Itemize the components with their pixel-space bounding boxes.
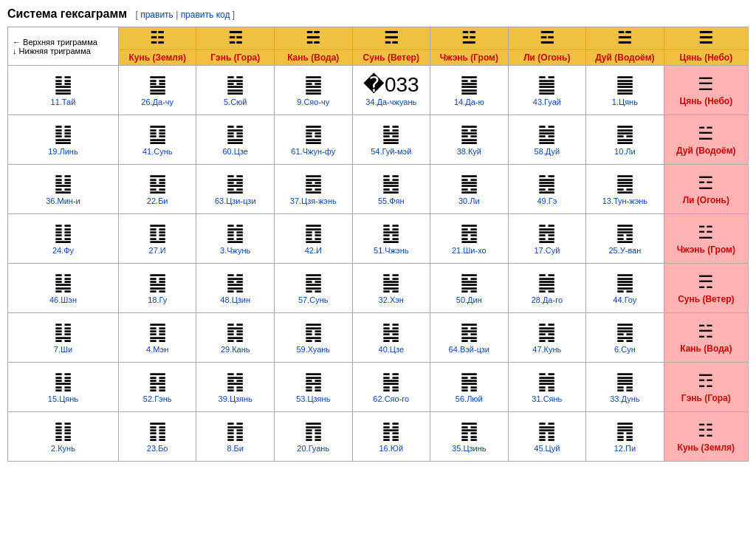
hex-name-7-0[interactable]: 2.Кунь — [51, 444, 75, 453]
hex-name-2-3[interactable]: 37.Цзя-жэнь — [290, 196, 337, 205]
hex-link-6-3[interactable]: 53.Цзянь — [296, 394, 330, 403]
hex-link-1-6[interactable]: 58.Дуй — [535, 147, 560, 156]
hex-link-5-7[interactable]: 6.Сун — [614, 345, 636, 354]
hex-name-3-0[interactable]: 24.Фу — [52, 246, 74, 255]
hex-link-4-7[interactable]: 44.Гоу — [613, 295, 636, 304]
hex-name-4-5[interactable]: 50.Дин — [456, 295, 482, 304]
hex-link-6-7[interactable]: 33.Дунь — [610, 394, 639, 403]
hex-link-7-0[interactable]: 2.Кунь — [51, 444, 75, 453]
hex-link-0-3[interactable]: 9.Сяо-чу — [297, 97, 329, 106]
hex-link-0-5[interactable]: 14.Да-ю — [454, 97, 484, 106]
hex-name-2-7[interactable]: 13.Тун-жэнь — [602, 196, 647, 205]
hex-link-6-2[interactable]: 39.Цзянь — [219, 394, 252, 403]
hex-link-5-6[interactable]: 47.Кунь — [532, 345, 561, 354]
hex-link-7-5[interactable]: 35.Цзинь — [452, 444, 486, 453]
hex-link-1-7[interactable]: 10.Ли — [614, 147, 636, 156]
hex-name-3-7[interactable]: 25.У-ван — [608, 246, 641, 255]
hex-name-7-3[interactable]: 20.Гуань — [297, 444, 329, 453]
hex-link-2-3[interactable]: 37.Цзя-жэнь — [290, 196, 337, 205]
hex-name-5-6[interactable]: 47.Кунь — [532, 345, 561, 354]
hex-name-0-7[interactable]: 1.Цянь — [612, 97, 638, 106]
hex-name-2-1[interactable]: 22.Би — [147, 196, 168, 205]
hex-link-0-4[interactable]: 34.Да-чжуань — [365, 97, 416, 106]
hex-name-1-7[interactable]: 10.Ли — [614, 147, 636, 156]
hex-link-2-5[interactable]: 30.Ли — [458, 196, 480, 205]
hex-name-1-4[interactable]: 54.Гуй-мэй — [371, 147, 411, 156]
hex-name-4-1[interactable]: 18.Гу — [148, 295, 167, 304]
hex-link-5-5[interactable]: 64.Вэй-цзи — [449, 345, 489, 354]
hex-link-2-4[interactable]: 55.Фян — [378, 196, 405, 205]
hex-name-1-3[interactable]: 61.Чжун-фу — [291, 147, 335, 156]
hex-link-3-3[interactable]: 42.И — [305, 246, 322, 255]
hex-link-0-0[interactable]: 11.Тай — [51, 97, 76, 106]
hex-name-2-6[interactable]: 49.Гэ — [537, 196, 557, 205]
hex-link-3-1[interactable]: 27.И — [149, 246, 166, 255]
hex-name-6-1[interactable]: 52.Гэнь — [143, 394, 172, 403]
hex-link-0-6[interactable]: 43.Гуай — [533, 97, 561, 106]
hex-name-1-1[interactable]: 41.Сунь — [142, 147, 173, 156]
hex-link-3-0[interactable]: 24.Фу — [52, 246, 74, 255]
hex-name-7-5[interactable]: 35.Цзинь — [452, 444, 486, 453]
hex-link-3-5[interactable]: 21.Ши-хо — [452, 246, 487, 255]
hex-link-5-0[interactable]: 7.Ши — [54, 345, 72, 354]
hex-link-0-7[interactable]: 1.Цянь — [612, 97, 638, 106]
hex-link-4-4[interactable]: 32.Хэн — [379, 295, 404, 304]
hex-link-1-0[interactable]: 19.Линь — [48, 147, 78, 156]
hex-name-0-4[interactable]: 34.Да-чжуань — [365, 97, 416, 106]
hex-name-2-4[interactable]: 55.Фян — [378, 196, 405, 205]
hex-name-7-2[interactable]: 8.Би — [227, 444, 244, 453]
hex-link-6-5[interactable]: 56.Люй — [456, 394, 483, 403]
hex-link-5-2[interactable]: 29.Кань — [221, 345, 250, 354]
hex-name-3-6[interactable]: 17.Суй — [534, 246, 560, 255]
hex-name-3-4[interactable]: 51.Чжэнь — [374, 246, 408, 255]
hex-name-4-4[interactable]: 32.Хэн — [379, 295, 404, 304]
hex-name-6-6[interactable]: 31.Сянь — [532, 394, 562, 403]
hex-link-4-6[interactable]: 28.Да-го — [532, 295, 563, 304]
hex-link-7-2[interactable]: 8.Би — [227, 444, 244, 453]
hex-name-5-1[interactable]: 4.Мэн — [146, 345, 168, 354]
hex-link-1-1[interactable]: 41.Сунь — [142, 147, 173, 156]
hex-name-2-0[interactable]: 36.Мин-и — [46, 196, 80, 205]
hex-name-1-2[interactable]: 60.Цзе — [222, 147, 247, 156]
hex-link-2-1[interactable]: 22.Би — [147, 196, 168, 205]
hex-name-5-5[interactable]: 64.Вэй-цзи — [449, 345, 489, 354]
hex-name-7-1[interactable]: 23.Бо — [147, 444, 168, 453]
hex-link-4-3[interactable]: 57.Сунь — [298, 295, 329, 304]
hex-link-4-0[interactable]: 46.Шэн — [49, 295, 77, 304]
hex-link-6-4[interactable]: 62.Сяо-го — [373, 394, 409, 403]
hex-link-2-6[interactable]: 49.Гэ — [537, 196, 557, 205]
hex-name-3-2[interactable]: 3.Чжунь — [220, 246, 250, 255]
hex-name-3-3[interactable]: 42.И — [305, 246, 322, 255]
hex-link-1-5[interactable]: 38.Куй — [457, 147, 481, 156]
hex-name-5-4[interactable]: 40.Цзе — [379, 345, 404, 354]
hex-link-5-4[interactable]: 40.Цзе — [379, 345, 404, 354]
hex-name-4-0[interactable]: 46.Шэн — [49, 295, 77, 304]
hex-name-1-0[interactable]: 19.Линь — [48, 147, 78, 156]
hex-name-6-4[interactable]: 62.Сяо-го — [373, 394, 409, 403]
hex-link-0-2[interactable]: 5.Сюй — [224, 97, 247, 106]
hex-link-6-0[interactable]: 15.Цянь — [48, 394, 78, 403]
hex-name-5-2[interactable]: 29.Кань — [221, 345, 250, 354]
hex-name-4-2[interactable]: 48.Цзин — [220, 295, 250, 304]
hex-link-7-7[interactable]: 12.Пи — [614, 444, 636, 453]
hex-link-2-2[interactable]: 63.Цзи-цзи — [215, 196, 256, 205]
hex-name-2-2[interactable]: 63.Цзи-цзи — [215, 196, 256, 205]
hex-name-0-6[interactable]: 43.Гуай — [533, 97, 561, 106]
hex-link-1-4[interactable]: 54.Гуй-мэй — [371, 147, 411, 156]
hex-name-0-5[interactable]: 14.Да-ю — [454, 97, 484, 106]
hex-link-3-6[interactable]: 17.Суй — [534, 246, 560, 255]
hex-link-3-7[interactable]: 25.У-ван — [608, 246, 641, 255]
hex-name-2-5[interactable]: 30.Ли — [458, 196, 480, 205]
hex-name-5-0[interactable]: 7.Ши — [54, 345, 72, 354]
hex-name-6-5[interactable]: 56.Люй — [456, 394, 483, 403]
hex-name-4-7[interactable]: 44.Гоу — [613, 295, 636, 304]
hex-name-0-2[interactable]: 5.Сюй — [224, 97, 247, 106]
hex-link-6-6[interactable]: 31.Сянь — [532, 394, 562, 403]
hex-name-7-4[interactable]: 16.Юй — [379, 444, 404, 453]
edit-code-link[interactable]: править код — [181, 10, 230, 20]
hex-link-2-7[interactable]: 13.Тун-жэнь — [602, 196, 647, 205]
hex-name-0-1[interactable]: 26.Да-чу — [141, 97, 173, 106]
hex-link-1-2[interactable]: 60.Цзе — [222, 147, 247, 156]
hex-name-3-5[interactable]: 21.Ши-хо — [452, 246, 487, 255]
hex-link-7-6[interactable]: 45.Цуй — [534, 444, 560, 453]
